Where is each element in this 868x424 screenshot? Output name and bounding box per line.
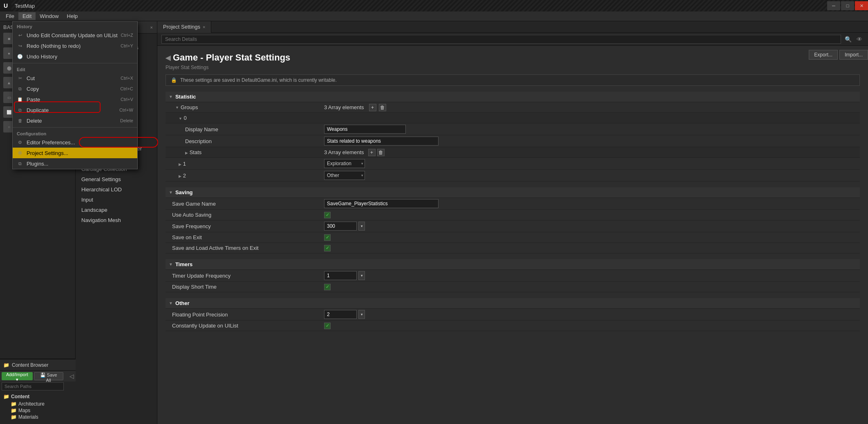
undo-history-label: Undo History — [27, 54, 57, 60]
save-load-timers-label: Save and Load Active Timers on Exit — [169, 245, 324, 251]
nav-landscape[interactable]: Landscape — [76, 205, 157, 215]
import-button[interactable]: Import... — [839, 50, 868, 60]
item1-select[interactable]: Exploration — [324, 159, 365, 168]
timers-section-header[interactable]: ▼ Timers — [166, 259, 860, 270]
group-item-2-row: ▶ 2 Other ▾ — [166, 170, 860, 182]
save-all-button[interactable]: 💾 Save All — [34, 372, 63, 380]
statistic-section-body: ▼ Groups 3 Array elements + 🗑 ▼ — [166, 102, 860, 182]
duplicate-label: Duplicate — [27, 107, 49, 113]
tab-close-icon[interactable]: × — [203, 25, 205, 29]
item1-select-wrapper: Exploration ▾ — [324, 159, 365, 168]
stats-add-button[interactable]: + — [368, 149, 376, 156]
nav-general-settings[interactable]: General Settings — [76, 174, 157, 184]
menu-edit[interactable]: Edit — [18, 12, 36, 20]
description-input[interactable] — [324, 137, 438, 146]
menu-window[interactable]: Window — [36, 12, 63, 20]
undo-edit-label: Undo Edit Constantly Update on UIList — [27, 32, 118, 38]
window-controls: ─ □ ✕ — [827, 1, 868, 10]
cut-item[interactable]: ✂ Cut Ctrl+X — [13, 73, 137, 83]
delete-shortcut: Delete — [120, 118, 133, 123]
display-name-input[interactable] — [324, 125, 406, 134]
content-browser-tab[interactable]: 📁 Content Browser — [0, 359, 76, 371]
project-settings-item[interactable]: ⚙ Project Settings... — [13, 148, 137, 158]
timer-update-freq-input[interactable] — [324, 271, 357, 280]
use-auto-saving-checkbox[interactable]: ✓ — [324, 212, 331, 218]
cut-icon: ✂ — [17, 75, 23, 81]
redo-label: Redo (Nothing to redo) — [27, 43, 81, 49]
delete-item[interactable]: 🗑 Delete Delete — [13, 115, 137, 126]
architecture-item[interactable]: 📁 Architecture — [3, 400, 72, 407]
save-frequency-label: Save Frequency — [169, 223, 324, 229]
undo-edit-item[interactable]: ↩ Undo Edit Constantly Update on UIList … — [13, 30, 137, 40]
save-frequency-input[interactable] — [324, 222, 357, 231]
sep1 — [13, 63, 137, 63]
paste-item[interactable]: 📋 Paste Ctrl+V — [13, 94, 137, 105]
plugins-icon: ⧉ — [17, 160, 23, 167]
save-on-exit-checkbox[interactable]: ✓ — [324, 234, 331, 241]
maximize-button[interactable]: □ — [841, 1, 854, 10]
tab-label: Project Settings — [163, 24, 200, 30]
nav-hierarchical-lod[interactable]: Hierarchical LOD — [76, 184, 157, 195]
undo-history-item[interactable]: 🕐 Undo History — [13, 51, 137, 62]
redo-item[interactable]: ↪ Redo (Nothing to redo) Ctrl+Y — [13, 40, 137, 51]
group-item-0-row: ▼ 0 — [166, 113, 860, 123]
floating-point-spinner[interactable]: ▾ — [358, 310, 365, 319]
arrow-left-icon: ◁ — [69, 373, 74, 379]
constantly-update-checkbox[interactable]: ✓ — [324, 323, 331, 329]
editor-preferences-item[interactable]: ⚙ Editor Preferences... — [13, 137, 137, 148]
other-section-header[interactable]: ▼ Other — [166, 298, 860, 309]
save-load-timers-row: Save and Load Active Timers on Exit ✓ — [166, 243, 860, 254]
save-game-name-input[interactable] — [324, 199, 438, 208]
timers-section: ▼ Timers Timer Update Frequency ▾ Disp — [166, 259, 860, 292]
page-subtitle: Player Stat Settings — [166, 65, 860, 70]
save-on-exit-label: Save on Exit — [169, 234, 324, 240]
description-label: Description — [169, 138, 324, 144]
project-settings-tab[interactable]: Project Settings × — [157, 21, 211, 33]
close-button[interactable]: ✕ — [855, 1, 868, 10]
timer-update-freq-row: Timer Update Frequency ▾ — [166, 270, 860, 282]
materials-item[interactable]: 📁 Materials — [3, 413, 72, 420]
saving-arrow: ▼ — [169, 190, 173, 195]
history-section-label: History — [13, 22, 137, 30]
undo-icon: ↩ — [17, 32, 23, 38]
search-button[interactable]: 🔍 — [843, 35, 852, 44]
content-root-item[interactable]: 📁 Content — [3, 393, 72, 400]
content-browser-search[interactable] — [2, 382, 64, 390]
nav-input[interactable]: Input — [76, 195, 157, 205]
save-load-timers-checkbox[interactable]: ✓ — [324, 245, 331, 251]
search-input[interactable] — [161, 35, 841, 44]
groups-delete-button[interactable]: 🗑 — [379, 104, 386, 111]
page-title: ◀ Game - Player Stat Settings — [166, 52, 860, 63]
constantly-update-row: Constantly Update on UIList ✓ — [166, 321, 860, 331]
materials-label: Materials — [18, 414, 38, 420]
export-button[interactable]: Export... — [809, 50, 838, 60]
timer-update-freq-spinner[interactable]: ▾ — [358, 271, 365, 280]
save-frequency-spinner[interactable]: ▾ — [358, 222, 365, 231]
settings-content: Export... Import... ◀ Game - Player Stat… — [157, 46, 868, 343]
plugins-item[interactable]: ⧉ Plugins... — [13, 158, 137, 169]
item2-select[interactable]: Other — [324, 171, 365, 180]
minimize-button[interactable]: ─ — [827, 1, 840, 10]
stats-delete-button[interactable]: 🗑 — [377, 149, 385, 156]
edit-dropdown: History ↩ Undo Edit Constantly Update on… — [12, 21, 138, 169]
copy-item[interactable]: ⧉ Copy Ctrl+C — [13, 83, 137, 94]
eye-button[interactable]: 👁 — [855, 35, 864, 44]
close-settings-icon[interactable]: × — [150, 25, 153, 30]
floating-point-input[interactable] — [324, 310, 357, 319]
saving-section-header[interactable]: ▼ Saving — [166, 187, 860, 198]
menu-file[interactable]: File — [2, 12, 18, 20]
duplicate-item[interactable]: ⧉ Duplicate Ctrl+W — [13, 105, 137, 115]
display-short-time-checkbox[interactable]: ✓ — [324, 284, 331, 290]
timers-section-body: Timer Update Frequency ▾ Display Short T… — [166, 270, 860, 292]
edit-section-label: Edit — [13, 65, 137, 73]
paste-shortcut: Ctrl+V — [121, 97, 133, 102]
groups-add-button[interactable]: + — [369, 104, 376, 111]
statistic-section-header[interactable]: ▼ Statistic — [166, 92, 860, 102]
info-icon: 🔒 — [171, 77, 177, 83]
maps-item[interactable]: 📁 Maps — [3, 407, 72, 413]
other-arrow: ▼ — [169, 301, 173, 305]
nav-navigation-mesh[interactable]: Navigation Mesh — [76, 215, 157, 225]
item0-arrow: ▼ — [179, 117, 182, 121]
menu-help[interactable]: Help — [63, 12, 82, 20]
add-import-button[interactable]: Add/Import ▾ — [2, 372, 33, 380]
